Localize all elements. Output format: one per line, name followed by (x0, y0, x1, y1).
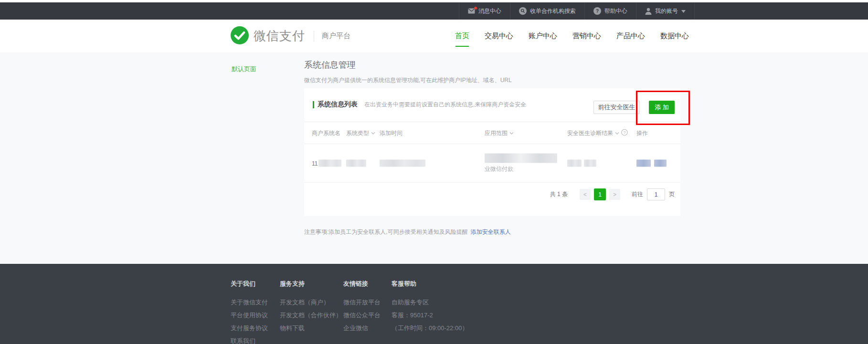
unread-badge (474, 7, 477, 10)
footer-link[interactable]: 自助服务专区 (392, 299, 468, 305)
footer-link[interactable]: 支付服务协议 (231, 325, 268, 331)
svg-text:?: ? (624, 130, 626, 135)
page-title: 系统信息管理 (304, 59, 356, 71)
topbar-item-help-center[interactable]: ? 帮助中心 (584, 2, 636, 20)
security-doctor-button[interactable]: 前往安全医生 (593, 101, 640, 114)
footer-link[interactable]: 微信开放平台 (343, 299, 381, 305)
nav-item-data-center[interactable]: 数据中心 (660, 31, 689, 41)
topbar-item-label: 收单合作机构搜索 (530, 7, 576, 15)
nav-item-transaction-center[interactable]: 交易中心 (485, 31, 513, 41)
cell-system-type (346, 160, 366, 167)
column-app-scope[interactable]: 应用范围 (485, 129, 514, 137)
footer-service-hours: （工作时间：09:00-22:00） (392, 325, 468, 331)
main-header: 微信支付 商户平台 首页 交易中心 账户中心 营销中心 产品中心 数据中心 (0, 20, 868, 52)
topbar-item-label: 消息中心 (478, 7, 501, 15)
column-security-doctor-result[interactable]: 安全医生诊断结果? (567, 129, 628, 137)
pagination-total: 共 1 条 (550, 190, 568, 198)
footer-link[interactable]: 微信公众平台 (343, 312, 381, 318)
wechat-pay-logo-icon (231, 26, 249, 46)
nav-item-product-center[interactable]: 产品中心 (616, 31, 645, 41)
page-footer: 关于我们 关于微信支付 平台使用协议 支付服务协议 联系我们 服务支持 开发文档… (0, 264, 868, 344)
search-icon (519, 7, 527, 15)
question-circle-icon[interactable]: ? (621, 129, 628, 137)
next-page-button[interactable]: > (609, 189, 620, 200)
topbar-item-my-account[interactable]: 我的账号 (636, 2, 695, 20)
topbar-item-label: 我的账号 (655, 7, 678, 15)
brand-divider (314, 31, 314, 42)
footer-link[interactable]: 关于微信支付 (231, 299, 268, 305)
footer-column-about: 关于我们 关于微信支付 平台使用协议 支付服务协议 联系我们 (231, 280, 268, 344)
redacted-action-link[interactable] (636, 160, 651, 167)
panel-title: 系统信息列表 (318, 100, 358, 109)
footer-column-title: 客服帮助 (392, 280, 468, 288)
primary-nav: 首页 交易中心 账户中心 营销中心 产品中心 数据中心 (455, 20, 689, 52)
redacted-text (346, 160, 366, 167)
footer-link[interactable]: 联系我们 (231, 338, 268, 344)
column-add-time: 添加时间 (380, 129, 402, 137)
svg-text:?: ? (596, 9, 599, 14)
footer-column-title: 服务支持 (280, 280, 342, 288)
chevron-down-icon (681, 8, 686, 14)
topbar-item-acquirer-search[interactable]: 收单合作机构搜索 (510, 2, 584, 20)
footer-link[interactable]: 平台使用协议 (231, 312, 268, 318)
topbar-item-message-center[interactable]: 消息中心 (459, 2, 510, 20)
goto-page-unit: 页 (669, 190, 675, 198)
column-actions: 操作 (636, 129, 648, 137)
brand-logo[interactable]: 微信支付 商户平台 (231, 20, 350, 52)
chevron-down-icon[interactable] (371, 130, 375, 136)
redacted-text (584, 160, 596, 167)
sidebar-item-default-page[interactable]: 默认页面 (232, 65, 256, 73)
footer-column-title: 友情链接 (343, 280, 381, 288)
redacted-text (380, 160, 425, 167)
accent-bar (313, 101, 314, 108)
page-content: 默认页面 系统信息管理 微信支付为商户提供统一的系统信息管理功能,可在此维护商户… (0, 52, 868, 264)
cell-add-time (380, 160, 425, 167)
notice-text: 注意事项:添加员工为安全联系人,可同步接受相关通知及风险提醒添加安全联系人 (304, 228, 511, 236)
footer-link[interactable]: 开发文档（商户） (280, 299, 342, 305)
redacted-text (567, 160, 582, 167)
footer-column-friend-links: 友情链接 微信开放平台 微信公众平台 企业微信 (343, 280, 381, 338)
topbar-item-label: 帮助中心 (604, 7, 627, 15)
table-row: 11 业微信付款 (304, 144, 680, 183)
footer-link[interactable]: 企业微信 (343, 325, 381, 331)
cell-security-doctor-result (567, 160, 596, 167)
panel-header: 系统信息列表 在出资业务中需要提前设置自己的系统信息,来保障商户资金安全 (313, 100, 526, 109)
system-info-panel: 系统信息列表 在出资业务中需要提前设置自己的系统信息,来保障商户资金安全 前往安… (304, 88, 680, 216)
footer-column-service-support: 服务支持 开发文档（商户） 开发文档（合作伙伴） 物料下载 (280, 280, 342, 338)
nav-item-marketing-center[interactable]: 营销中心 (572, 31, 601, 41)
current-page-button[interactable]: 1 (594, 188, 606, 200)
redacted-text (485, 154, 557, 163)
table-header-row: 商户系统名 系统类型 添加时间 应用范围 安全医生诊断结果? 操作 (304, 122, 680, 144)
nav-item-account-center[interactable]: 账户中心 (529, 31, 557, 41)
redacted-action-link[interactable] (654, 160, 667, 167)
pagination: 共 1 条 < 1 > 前往 页 (550, 188, 675, 200)
footer-column-title: 关于我们 (231, 280, 268, 288)
help-icon: ? (593, 7, 601, 15)
panel-subtitle: 在出资业务中需要提前设置自己的系统信息,来保障商户资金安全 (364, 101, 526, 109)
add-security-contact-link[interactable]: 添加安全联系人 (471, 229, 511, 235)
nav-item-home[interactable]: 首页 (455, 31, 469, 41)
redacted-text (318, 160, 341, 167)
footer-service-hotline: 客服：95017-2 (392, 312, 468, 318)
add-button[interactable]: 添 加 (649, 101, 675, 114)
cell-actions (636, 160, 667, 167)
brand-name: 微信支付 (254, 28, 305, 44)
app-scope-text: 业微信付款 (485, 165, 513, 173)
goto-page-input[interactable] (647, 188, 665, 200)
footer-link[interactable]: 物料下载 (280, 325, 342, 331)
top-utility-bar: 消息中心 收单合作机构搜索 ? 帮助中心 我的账号 (0, 2, 868, 20)
mail-icon (468, 8, 475, 14)
chevron-down-icon[interactable] (509, 130, 514, 136)
prev-page-button[interactable]: < (580, 189, 591, 200)
user-icon (645, 8, 652, 15)
page-description: 微信支付为商户提供统一的系统信息管理功能,可在此维护商户IP地址、域名、URL (304, 76, 512, 84)
column-merchant-system-name: 商户系统名 (312, 129, 340, 137)
footer-column-customer-help: 客服帮助 自助服务专区 客服：95017-2 （工作时间：09:00-22:00… (392, 280, 468, 338)
column-system-type[interactable]: 系统类型 (346, 129, 375, 137)
cell-merchant-system-name: 11 (312, 160, 341, 167)
footer-link[interactable]: 开发文档（合作伙伴） (280, 312, 342, 318)
goto-page-label: 前往 (632, 190, 643, 198)
platform-name: 商户平台 (322, 31, 350, 41)
cell-app-scope: 业微信付款 (485, 154, 557, 173)
chevron-down-icon[interactable] (615, 130, 619, 136)
